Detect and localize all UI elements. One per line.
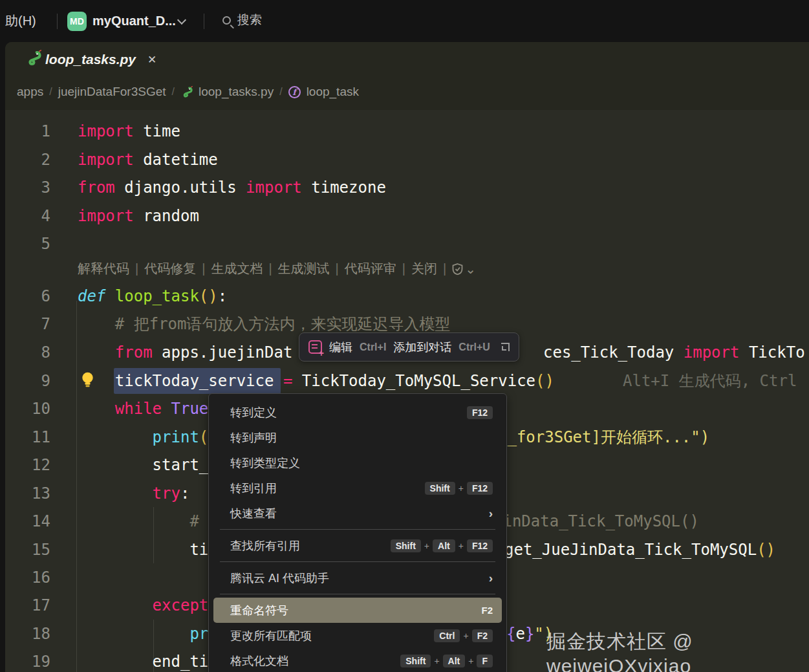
workspace-badge[interactable]: MD	[67, 12, 87, 31]
code-token: time	[134, 122, 180, 140]
menu-item-format-document[interactable]: 格式化文档Shift+Alt+F	[213, 648, 502, 672]
code-token	[78, 315, 115, 333]
code-token: {	[506, 625, 515, 643]
line-number[interactable]: 8	[12, 338, 50, 367]
menu-item-go-to-references[interactable]: 转到引用Shift+F12	[213, 475, 502, 501]
code-token: TickTo	[739, 343, 804, 362]
menu-item-change-all-occurrences[interactable]: 更改所有匹配项Ctrl+F2	[213, 623, 502, 648]
line-number[interactable]: 18	[12, 620, 50, 648]
code-token: :	[218, 287, 227, 305]
code-token: ces_Tick_Today	[543, 343, 684, 362]
code-line-4[interactable]: 4import random	[5, 202, 809, 230]
code-token: django.utils	[115, 179, 246, 197]
code-text: import datetime	[78, 146, 218, 174]
line-number[interactable]: 19	[12, 647, 50, 672]
code-text: def loop_task():	[78, 282, 227, 310]
menu-item-label: 转到声明	[230, 430, 277, 446]
code-token: ()	[199, 287, 218, 305]
menu-shortcut: Ctrl+F2	[434, 629, 493, 642]
code-token: a_for3SGet]开始循环...")	[498, 428, 709, 446]
line-number[interactable]: 5	[12, 230, 50, 258]
code-token: }	[525, 625, 534, 643]
code-token: e	[515, 625, 524, 643]
menu-help[interactable]: 助(H)	[5, 12, 36, 30]
menu-item-go-to-declaration[interactable]: 转到声明	[213, 425, 502, 450]
menu-item-go-to-type-definition[interactable]: 转到类型定义	[213, 450, 502, 475]
line-number[interactable]: 6	[12, 282, 50, 310]
line-number[interactable]: 2	[12, 146, 50, 174]
menu-item-label: 格式化文档	[230, 653, 288, 669]
line-number[interactable]: 16	[12, 563, 50, 592]
line-number[interactable]: 11	[12, 423, 50, 451]
window-titlebar: 助(H) MD myQuant_D... 搜索	[0, 0, 809, 42]
code-token: apps.juejinDat	[153, 343, 293, 362]
menu-item-find-all-references[interactable]: 查找所有引用Shift+Alt+F12	[213, 533, 502, 558]
line-number[interactable]: 10	[12, 395, 50, 423]
menu-item-label: 转到定义	[230, 405, 277, 420]
codelens-code-review[interactable]: 代码评审	[345, 260, 396, 277]
code-line-3[interactable]: 3from django.utils import timezone	[5, 173, 809, 202]
codelens-generate-docs[interactable]: 生成文档	[211, 260, 263, 277]
keycap: Shift	[391, 539, 421, 552]
code-text: print(	[78, 423, 208, 451]
submenu-arrow-icon: ›	[489, 571, 493, 585]
menu-item-go-to-definition[interactable]: 转到定义F12	[213, 400, 502, 425]
keycap: Alt	[433, 539, 455, 552]
keycap: Shift	[425, 482, 455, 495]
submenu-arrow-icon: ›	[489, 506, 493, 521]
code-token: def	[78, 287, 105, 305]
code-token	[78, 596, 153, 614]
ai-lens-dropdown[interactable]: ⌄	[452, 261, 476, 277]
line-number[interactable]: 13	[12, 479, 50, 508]
line-number[interactable]: 9	[12, 367, 50, 395]
code-token	[78, 625, 189, 643]
keycap: Alt	[443, 655, 466, 667]
code-token	[162, 400, 171, 418]
code-token: tickToday_service	[78, 372, 283, 390]
code-token: try	[153, 484, 180, 503]
code-token: import	[78, 122, 134, 140]
menu-shortcut: Shift+Alt+F12	[391, 539, 493, 552]
edit-action[interactable]: 编辑	[329, 340, 352, 355]
menu-item-rename-symbol[interactable]: 重命名符号F2	[213, 598, 502, 623]
line-number[interactable]: 4	[12, 202, 50, 230]
code-token: get_JueJinData_Tick_ToMySQL	[504, 541, 757, 559]
codelens-close-lens[interactable]: 关闭	[411, 260, 437, 277]
add-to-chat-action[interactable]: 添加到对话	[393, 340, 451, 355]
search-box[interactable]: 搜索	[222, 12, 262, 28]
search-icon	[222, 16, 231, 25]
codelens-separator: |	[330, 261, 345, 276]
lightbulb-icon[interactable]	[80, 371, 95, 389]
menu-item-tencent-ai-assistant[interactable]: 腾讯云 AI 代码助手›	[213, 565, 502, 591]
workspace-name[interactable]: myQuant_D...	[92, 14, 176, 28]
line-number[interactable]: 17	[12, 591, 50, 620]
code-line-5[interactable]: 5	[5, 230, 809, 258]
codelens-generate-tests[interactable]: 生成测试	[278, 260, 330, 277]
line-number[interactable]: 12	[12, 451, 50, 479]
code-line-2[interactable]: 2import datetime	[5, 146, 809, 174]
code-line-1[interactable]: 1import time	[5, 117, 809, 146]
line-number[interactable]: 15	[12, 536, 50, 564]
codelens-fix-code[interactable]: 代码修复	[144, 260, 196, 277]
codelens-separator: |	[437, 261, 452, 276]
line-number[interactable]: 3	[12, 173, 50, 202]
line-number[interactable]: 14	[12, 507, 50, 536]
code-token: timezone	[302, 179, 386, 197]
chevron-down-icon: ⌄	[465, 261, 476, 277]
lightbulb-icon[interactable]	[80, 371, 95, 391]
collapse-corner-icon[interactable]	[501, 343, 510, 351]
code-text: tickToday_service = TickToday_ToMySQL_Se…	[78, 367, 554, 395]
context-menu: 转到定义F12转到声明转到类型定义转到引用Shift+F12快速查看›查找所有引…	[208, 393, 507, 672]
chevron-down-icon[interactable]	[177, 16, 186, 25]
code-text: #	[78, 507, 208, 536]
line-number[interactable]: 1	[12, 117, 50, 146]
code-text: from apps.juejinDat	[78, 338, 292, 367]
titlebar-divider	[57, 14, 58, 29]
line-number[interactable]: 7	[12, 310, 50, 338]
code-line-9[interactable]: 9 tickToday_service = TickToday_ToMySQL_…	[5, 367, 809, 395]
menu-item-label: 腾讯云 AI 代码助手	[230, 570, 329, 586]
code-token: loop_task	[115, 287, 199, 305]
menu-item-peek[interactable]: 快速查看›	[213, 501, 502, 526]
code-line-6[interactable]: 6def loop_task():	[5, 282, 809, 310]
codelens-explain-code[interactable]: 解释代码	[78, 260, 129, 277]
